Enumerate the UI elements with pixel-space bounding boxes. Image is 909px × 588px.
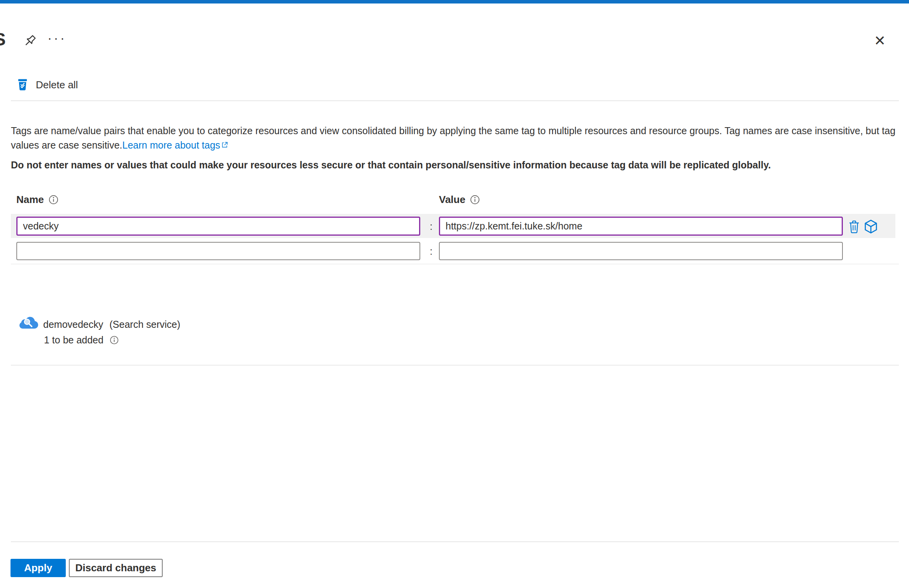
name-column-header: Name <box>16 194 58 206</box>
learn-more-link[interactable]: Learn more about tags <box>122 140 220 150</box>
resource-status-text: 1 to be added <box>44 334 104 346</box>
delete-all-label: Delete all <box>36 79 78 91</box>
tag-value-input-row2[interactable] <box>439 242 843 260</box>
resource-type: (Search service) <box>109 319 180 330</box>
more-options-icon[interactable]: ··· <box>47 30 67 46</box>
search-service-icon <box>19 315 38 330</box>
divider <box>11 100 899 101</box>
name-header-label: Name <box>16 194 44 206</box>
close-icon[interactable]: ✕ <box>874 33 886 49</box>
delete-all-button[interactable]: Delete all <box>17 79 78 91</box>
delete-tag-icon[interactable] <box>848 219 860 234</box>
value-header-label: Value <box>439 194 465 206</box>
tag-name-input-row2[interactable] <box>16 242 420 260</box>
apply-button[interactable]: Apply <box>11 559 66 577</box>
divider <box>11 264 899 264</box>
tag-name-input-row1[interactable] <box>16 217 420 236</box>
external-link-icon <box>221 141 228 149</box>
page-title-fragment: S <box>0 29 6 50</box>
security-warning-text: Do not enter names or values that could … <box>11 159 900 171</box>
divider <box>11 365 899 366</box>
row2-separator: : <box>426 246 436 257</box>
resource-line: demovedecky(Search service) <box>43 319 180 330</box>
value-info-icon[interactable] <box>470 195 480 205</box>
tag-value-input-row1[interactable] <box>439 217 843 236</box>
top-accent-bar <box>0 0 909 4</box>
delete-all-icon <box>17 79 28 91</box>
name-info-icon[interactable] <box>49 195 58 205</box>
value-column-header: Value <box>439 194 480 206</box>
discard-changes-button[interactable]: Discard changes <box>69 559 163 577</box>
divider <box>11 541 899 542</box>
resource-name: demovedecky <box>43 319 103 330</box>
pin-icon[interactable] <box>23 33 37 48</box>
status-info-icon[interactable] <box>110 336 119 345</box>
resource-status-line: 1 to be added <box>44 334 119 346</box>
resource-cube-icon[interactable] <box>863 219 878 234</box>
row1-separator: : <box>426 221 436 232</box>
tags-description: Tags are name/value pairs that enable yo… <box>11 124 900 152</box>
